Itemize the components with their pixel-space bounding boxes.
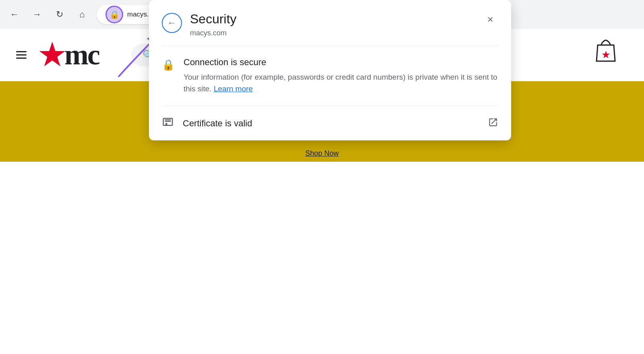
home-button[interactable]: ⌂ [74, 6, 90, 23]
forward-button[interactable]: → [29, 6, 45, 23]
lock-icon-button[interactable]: 🔒 [105, 6, 123, 23]
lock-icon: 🔒 [109, 10, 120, 19]
connection-row: 🔒 Connection is secure Your information … [162, 57, 498, 95]
security-popup: ← Security macys.com × 🔒 Connection is s… [149, 0, 511, 140]
connection-lock-icon: 🔒 [162, 59, 175, 71]
popup-title: Security [190, 11, 474, 27]
popup-header: ← Security macys.com × [149, 0, 511, 45]
certificate-row: Certificate is valid [149, 106, 511, 140]
connection-section: 🔒 Connection is secure Your information … [149, 46, 511, 106]
certificate-icon [162, 116, 174, 131]
shop-now-link[interactable]: Shop Now [305, 149, 339, 158]
certificate-label: Certificate is valid [183, 118, 479, 129]
macys-logo: ★ mc [39, 38, 119, 72]
connection-description: Your information (for example, passwords… [184, 72, 498, 95]
back-arrow-icon: ← [167, 18, 176, 28]
shopping-bag-area[interactable]: ★ [592, 37, 620, 67]
popup-back-button[interactable]: ← [162, 13, 182, 33]
popup-domain: macys.com [190, 29, 474, 37]
macys-text: mc [64, 38, 99, 72]
connection-title: Connection is secure [184, 57, 498, 68]
back-button[interactable]: ← [6, 6, 23, 23]
popup-title-area: Security macys.com [190, 11, 474, 37]
popup-close-button[interactable]: × [482, 11, 498, 27]
learn-more-link[interactable]: Learn more [214, 84, 253, 93]
macys-star: ★ [39, 38, 64, 72]
certificate-external-link-icon[interactable] [488, 117, 498, 130]
hamburger-menu[interactable] [16, 51, 27, 59]
connection-content: Connection is secure Your information (f… [184, 57, 498, 95]
refresh-button[interactable]: ↻ [52, 6, 68, 23]
